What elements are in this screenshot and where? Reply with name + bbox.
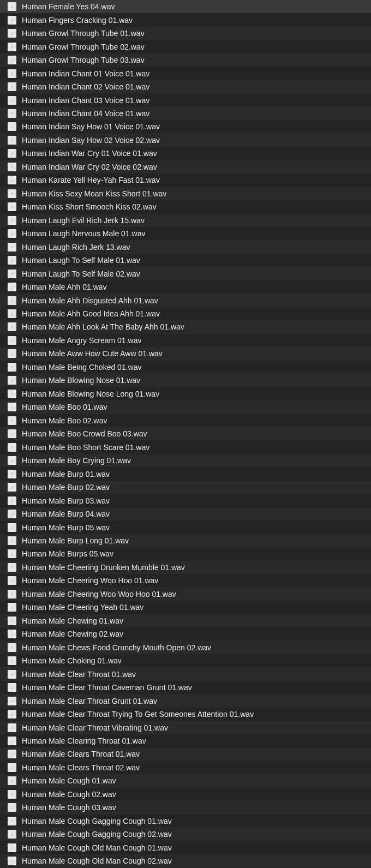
file-row[interactable]: Human Karate Yell Hey-Yah Fast 01.wav	[0, 173, 371, 187]
file-row[interactable]: Human Male Boy Crying 01.wav	[0, 454, 371, 467]
file-row[interactable]: Human Kiss Short Smooch Kiss 02.wav	[0, 200, 371, 213]
file-row[interactable]: Human Indian Chant 03 Voice 01.wav	[0, 93, 371, 106]
file-row[interactable]: Human Male Clear Throat Caveman Grunt 01…	[0, 681, 371, 694]
file-row[interactable]: Human Growl Through Tube 01.wav	[0, 27, 371, 40]
file-row[interactable]: Human Male Ahh Disgusted Ahh 01.wav	[0, 294, 371, 307]
file-row[interactable]: Human Male Cough 02.wav	[0, 788, 371, 801]
file-row[interactable]: Human Male Ahh 01.wav	[0, 280, 371, 294]
file-row[interactable]: Human Laugh To Self Male 01.wav	[0, 254, 371, 267]
file-name: Human Female Yes 04.wav	[22, 2, 115, 11]
file-name: Human Growl Through Tube 02.wav	[22, 43, 145, 51]
file-row[interactable]: Human Male Clear Throat Trying To Get So…	[0, 708, 371, 721]
file-row[interactable]: Human Growl Through Tube 02.wav	[0, 40, 371, 53]
file-row[interactable]: Human Male Cough Old Man Cough 01.wav	[0, 841, 371, 854]
audio-file-icon	[8, 29, 16, 38]
file-row[interactable]: Human Male Blowing Nose 01.wav	[0, 374, 371, 387]
file-name: Human Male Clearing Throat 01.wav	[22, 737, 146, 745]
file-row[interactable]: Human Male Boo Crowd Boo 03.wav	[0, 427, 371, 440]
audio-file-icon	[8, 322, 16, 331]
file-row[interactable]: Human Male Cheering Woo Hoo 01.wav	[0, 574, 371, 587]
file-row[interactable]: Human Male Burp 01.wav	[0, 467, 371, 480]
audio-file-icon	[8, 96, 16, 105]
file-row[interactable]: Human Growl Through Tube 03.wav	[0, 53, 371, 67]
file-row[interactable]: Human Indian Chant 01 Voice 01.wav	[0, 67, 371, 80]
file-name: Human Male Cough 03.wav	[22, 803, 116, 812]
audio-file-icon	[8, 630, 16, 638]
file-row[interactable]: Human Male Clear Throat Vibrating 01.wav	[0, 721, 371, 734]
audio-file-icon	[8, 136, 16, 145]
audio-file-icon	[8, 56, 16, 64]
file-row[interactable]: Human Male Clearing Throat 01.wav	[0, 734, 371, 747]
file-row[interactable]: Human Laugh Evil Rich Jerk 15.wav	[0, 214, 371, 227]
file-row[interactable]: Human Male Cough 03.wav	[0, 801, 371, 814]
file-name: Human Male Cheering Yeah 01.wav	[22, 603, 143, 612]
file-row[interactable]: Human Male Clears Throat 02.wav	[0, 761, 371, 774]
audio-file-icon	[8, 163, 16, 171]
file-row[interactable]: Human Male Boo Short Scare 01.wav	[0, 440, 371, 453]
file-row[interactable]: Human Indian War Cry 02 Voice 02.wav	[0, 160, 371, 173]
file-row[interactable]: Human Male Boo 02.wav	[0, 414, 371, 427]
file-row[interactable]: Human Male Angry Scream 01.wav	[0, 334, 371, 347]
file-name: Human Indian Say How 01 Voice 01.wav	[22, 122, 160, 131]
file-row[interactable]: Human Male Cheering Drunken Mumble 01.wa…	[0, 561, 371, 574]
file-row[interactable]: Human Fingers Cracking 01.wav	[0, 13, 371, 26]
file-row[interactable]: Human Male Aww How Cute Aww 01.wav	[0, 347, 371, 360]
file-name: Human Male Cough Gagging Cough 01.wav	[22, 817, 172, 825]
file-row[interactable]: Human Indian War Cry 01 Voice 01.wav	[0, 147, 371, 160]
file-row[interactable]: Human Laugh Rich Jerk 13.wav	[0, 240, 371, 253]
file-row[interactable]: Human Kiss Sexy Moan Kiss Short 01.wav	[0, 187, 371, 200]
audio-file-icon	[8, 149, 16, 158]
file-row[interactable]: Human Male Chews Food Crunchy Mouth Open…	[0, 641, 371, 654]
file-name: Human Male Choking 01.wav	[22, 656, 122, 665]
file-row[interactable]: Human Male Cheering Yeah 01.wav	[0, 601, 371, 614]
file-row[interactable]: Human Indian Say How 01 Voice 01.wav	[0, 120, 371, 133]
file-row[interactable]: Human Male Clear Throat Grunt 01.wav	[0, 694, 371, 707]
audio-file-icon	[8, 710, 16, 719]
audio-file-icon	[8, 656, 16, 665]
file-row[interactable]: Human Male Clears Throat 01.wav	[0, 747, 371, 761]
file-name: Human Male Clear Throat Caveman Grunt 01…	[22, 683, 192, 692]
file-name: Human Male Burp 01.wav	[22, 470, 110, 478]
file-row[interactable]: Human Male Choking 01.wav	[0, 654, 371, 667]
file-row[interactable]: Human Indian Say How 02 Voice 02.wav	[0, 134, 371, 147]
audio-file-icon	[8, 43, 16, 51]
file-name: Human Male Burp 05.wav	[22, 523, 110, 532]
file-row[interactable]: Human Male Chewing 01.wav	[0, 614, 371, 627]
file-row[interactable]: Human Male Ahh Good Idea Ahh 01.wav	[0, 307, 371, 320]
file-name: Human Male Cough Old Man Cough 02.wav	[22, 857, 172, 865]
file-list: Human Female Yes 04.wavHuman Fingers Cra…	[0, 0, 371, 868]
file-row[interactable]: Human Male Burps 05.wav	[0, 547, 371, 560]
file-row[interactable]: Human Female Yes 04.wav	[0, 0, 371, 13]
file-name: Human Male Cheering Woo Hoo 01.wav	[22, 576, 158, 585]
audio-file-icon	[8, 229, 16, 238]
audio-file-icon	[8, 443, 16, 452]
file-row[interactable]: Human Male Burp 02.wav	[0, 481, 371, 494]
file-row[interactable]: Human Male Cough Old Man Cough 02.wav	[0, 854, 371, 867]
file-row[interactable]: Human Male Ahh Look At The Baby Ahh 01.w…	[0, 320, 371, 333]
file-row[interactable]: Human Laugh To Self Male 02.wav	[0, 267, 371, 280]
file-name: Human Male Clear Throat Vibrating 01.wav	[22, 723, 168, 732]
file-row[interactable]: Human Male Being Choked 01.wav	[0, 361, 371, 374]
file-row[interactable]: Human Male Cough Gagging Cough 01.wav	[0, 815, 371, 828]
file-row[interactable]: Human Male Boo 01.wav	[0, 400, 371, 414]
file-row[interactable]: Human Laugh Nervous Male 01.wav	[0, 227, 371, 240]
file-row[interactable]: Human Indian Chant 04 Voice 01.wav	[0, 107, 371, 120]
file-row[interactable]: Human Male Burp Long 01.wav	[0, 534, 371, 547]
file-row[interactable]: Human Male Cheering Woo Woo Hoo 01.wav	[0, 588, 371, 601]
audio-file-icon	[8, 470, 16, 478]
file-row[interactable]: Human Indian Chant 02 Voice 01.wav	[0, 80, 371, 93]
file-row[interactable]: Human Male Burp 05.wav	[0, 520, 371, 534]
file-row[interactable]: Human Male Burp 03.wav	[0, 494, 371, 507]
file-row[interactable]: Human Male Chewing 02.wav	[0, 627, 371, 640]
file-row[interactable]: Human Male Cough 01.wav	[0, 774, 371, 787]
file-name: Human Male Blowing Nose 01.wav	[22, 376, 140, 385]
file-row[interactable]: Human Male Burp 04.wav	[0, 507, 371, 520]
audio-file-icon	[8, 670, 16, 679]
audio-file-icon	[8, 857, 16, 865]
audio-file-icon	[8, 776, 16, 785]
file-name: Human Male Angry Scream 01.wav	[22, 336, 141, 345]
file-name: Human Male Ahh Good Idea Ahh 01.wav	[22, 309, 160, 318]
file-row[interactable]: Human Male Blowing Nose Long 01.wav	[0, 387, 371, 400]
file-row[interactable]: Human Male Cough Gagging Cough 02.wav	[0, 828, 371, 841]
file-row[interactable]: Human Male Clear Throat 01.wav	[0, 667, 371, 680]
